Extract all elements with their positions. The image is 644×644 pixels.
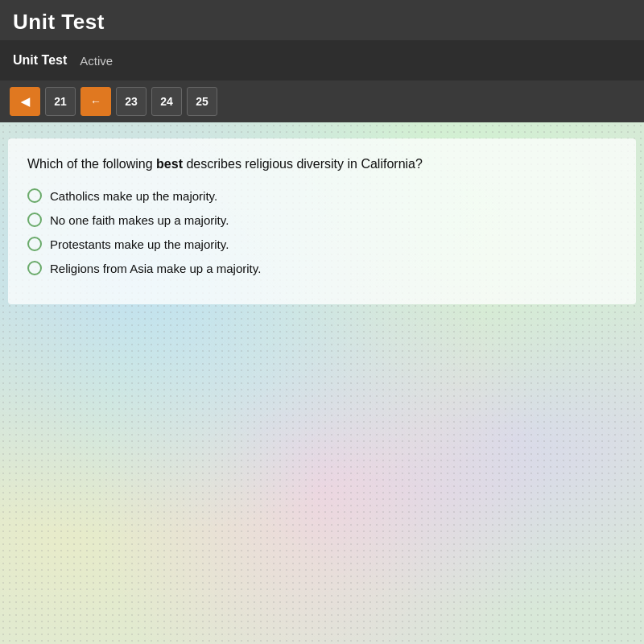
top-header: Unit Test bbox=[0, 0, 644, 40]
unit-test-link[interactable]: Unit Test bbox=[13, 53, 67, 68]
answer-label-3: Protestants make up the majority. bbox=[50, 237, 229, 251]
bold-word: best bbox=[156, 157, 183, 171]
nav-page-25[interactable]: 25 bbox=[187, 87, 217, 116]
answer-option-3[interactable]: Protestants make up the majority. bbox=[27, 237, 617, 251]
radio-button-4[interactable] bbox=[27, 261, 42, 275]
nav-back-button[interactable]: ← bbox=[80, 87, 111, 116]
content-area: Which of the following best describes re… bbox=[0, 122, 644, 644]
radio-button-1[interactable] bbox=[27, 188, 42, 203]
answer-label-1: Catholics make up the majority. bbox=[50, 189, 217, 203]
answer-label-4: Religions from Asia make up a majority. bbox=[50, 262, 261, 275]
active-badge: Active bbox=[80, 54, 113, 68]
radio-button-3[interactable] bbox=[27, 237, 42, 251]
answer-option-2[interactable]: No one faith makes up a majority. bbox=[27, 213, 617, 227]
sub-header: Unit Test Active bbox=[0, 40, 644, 80]
question-card: Which of the following best describes re… bbox=[8, 138, 636, 304]
nav-bar: ◀ 21 ← 23 24 25 bbox=[0, 80, 644, 122]
answer-option-4[interactable]: Religions from Asia make up a majority. bbox=[27, 261, 617, 275]
question-text: Which of the following best describes re… bbox=[27, 155, 617, 174]
nav-prev-button[interactable]: ◀ bbox=[10, 87, 40, 116]
answer-label-2: No one faith makes up a majority. bbox=[50, 213, 229, 227]
nav-page-23[interactable]: 23 bbox=[116, 87, 147, 116]
nav-page-24[interactable]: 24 bbox=[151, 87, 182, 116]
page-title: Unit Test bbox=[13, 10, 105, 35]
radio-button-2[interactable] bbox=[27, 213, 42, 227]
answer-option-1[interactable]: Catholics make up the majority. bbox=[27, 188, 617, 203]
nav-page-21[interactable]: 21 bbox=[45, 87, 76, 116]
